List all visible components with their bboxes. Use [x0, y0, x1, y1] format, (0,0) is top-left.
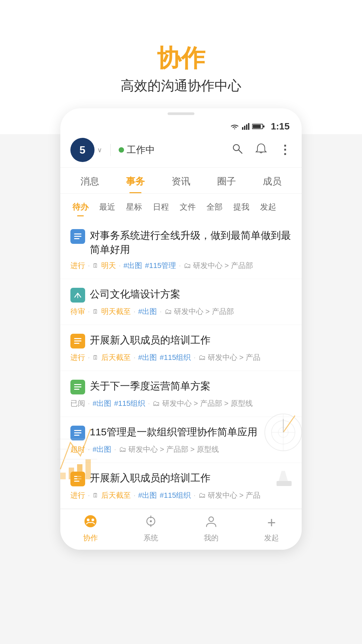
bottom-nav-start[interactable]: + 发起: [241, 515, 302, 543]
svg-rect-26: [74, 236, 81, 237]
task-path: 🗂 研发中心 > 产品部: [184, 261, 253, 271]
task-tag: #出图: [138, 307, 157, 317]
task-icon: [70, 229, 85, 244]
bottom-nav-label-start: 发起: [264, 533, 279, 543]
tab-members[interactable]: 成员: [249, 168, 295, 193]
signal-icon: [242, 123, 249, 130]
svg-rect-30: [74, 340, 81, 341]
task-meta: 待审 · 🗓 明天截至 · #出图 · 🗂 研发中心 > 产品部: [70, 307, 292, 317]
phone-mockup: 1:15 5 ∨ 工作中: [60, 108, 302, 550]
filter-tabs: 待办 最近 星标 日程 文件 全部 提我 发起: [60, 194, 302, 220]
svg-rect-15: [277, 481, 292, 486]
bottom-nav-collab[interactable]: 协作: [60, 515, 121, 543]
task-title: 对事务系统进行全线升级，做到最简单做到最简单好用: [90, 228, 292, 257]
header-divider: [110, 144, 111, 156]
svg-rect-2: [77, 464, 82, 479]
task-status: 待审: [70, 307, 85, 317]
bottom-nav-mine[interactable]: 我的: [181, 515, 241, 543]
avatar-dropdown[interactable]: ∨: [97, 146, 102, 154]
svg-rect-33: [74, 386, 81, 387]
task-tag: #出图: [138, 490, 157, 500]
mine-icon: [204, 515, 218, 531]
task-tag: #出图: [138, 353, 157, 363]
bottom-nav-label-collab: 协作: [83, 533, 98, 543]
search-icon[interactable]: [231, 143, 243, 158]
status-bar: 1:15: [60, 115, 302, 135]
svg-point-47: [150, 520, 152, 522]
task-title: 关于下一季度运营简单方案: [90, 379, 292, 393]
svg-rect-1: [69, 468, 74, 479]
task-item[interactable]: 公司文化墙设计方案 待审 · 🗓 明天截至 · #出图 · 🗂 研发中心 > 产…: [60, 279, 302, 325]
task-path: 🗂 研发中心 > 产品: [198, 353, 260, 363]
filter-all[interactable]: 全部: [201, 198, 228, 216]
task-meta: 进行 · 🗓 明天 · #出图 #115管理 · 🗂 研发中心 > 产品部: [70, 261, 292, 271]
svg-rect-31: [74, 343, 79, 344]
filter-files[interactable]: 文件: [174, 198, 201, 216]
task-icon: [70, 334, 85, 348]
svg-rect-17: [244, 126, 245, 130]
svg-rect-25: [74, 233, 81, 234]
svg-marker-14: [278, 471, 288, 483]
task-icon: [70, 380, 85, 394]
bottom-nav-label-system: 系统: [143, 533, 158, 543]
collab-icon: [84, 515, 97, 531]
filter-mentioned[interactable]: 提我: [228, 198, 255, 216]
task-path: 🗂 研发中心 > 产品部 > 原型线: [153, 398, 252, 409]
svg-line-10: [283, 416, 295, 432]
task-meta: 超时 · #出图 · 🗂 研发中心 > 产品部 > 原型线: [70, 444, 292, 454]
task-path: 🗂 研发中心 > 产品: [198, 490, 260, 500]
user-avatar[interactable]: 5: [70, 138, 95, 162]
header-actions: ⋮: [231, 143, 292, 158]
svg-line-24: [239, 150, 242, 153]
svg-rect-3: [85, 459, 91, 479]
plus-icon: +: [267, 515, 276, 531]
wifi-icon: [230, 123, 239, 130]
battery-icon: [252, 123, 265, 129]
filter-recent[interactable]: 最近: [94, 198, 121, 216]
task-date: 后天截至: [101, 353, 131, 363]
task-tag: #115组织: [160, 490, 191, 500]
svg-point-43: [92, 519, 94, 521]
task-item[interactable]: 对事务系统进行全线升级，做到最简单做到最简单好用 进行 · 🗓 明天 · #出图…: [60, 220, 302, 279]
bottom-nav: 协作 系统: [60, 509, 302, 550]
tab-circle[interactable]: 圈子: [204, 168, 249, 193]
svg-rect-19: [248, 123, 249, 130]
tab-messages[interactable]: 消息: [67, 168, 113, 193]
filter-pending[interactable]: 待办: [67, 198, 94, 216]
task-meta: 已阅 · #出图 #115组织 · 🗂 研发中心 > 产品部 > 原型线: [70, 398, 292, 409]
task-path: 🗂 研发中心 > 产品部 > 原型线: [119, 444, 219, 454]
status-indicator: [119, 147, 124, 153]
phone-speaker: [168, 112, 194, 115]
filter-started[interactable]: 发起: [255, 198, 282, 216]
task-item[interactable]: 开展新入职成员的培训工作 进行 · 🗓 后天截至 · #出图 #115组织 · …: [60, 325, 302, 371]
bottom-nav-label-mine: 我的: [204, 533, 219, 543]
filter-starred[interactable]: 星标: [121, 198, 147, 216]
tab-news[interactable]: 资讯: [158, 168, 204, 193]
task-tag: #115组织: [114, 398, 145, 409]
task-status: 进行: [70, 353, 85, 363]
svg-rect-18: [246, 124, 247, 130]
task-meta: 进行 · 🗓 后天截至 · #出图 #115组织 · 🗂 研发中心 > 产品: [70, 490, 292, 500]
deco-left: [57, 416, 97, 483]
tab-tasks[interactable]: 事务: [113, 168, 158, 193]
work-status-text: 工作中: [127, 144, 155, 156]
svg-rect-21: [253, 125, 261, 128]
system-icon: [144, 515, 158, 531]
task-date: 明天: [101, 261, 116, 271]
bottom-nav-system[interactable]: 系统: [121, 515, 181, 543]
page-title: 协作: [0, 44, 362, 72]
main-nav-tabs: 消息 事务 资讯 圈子 成员: [60, 168, 302, 194]
task-tag: #115组织: [160, 353, 191, 363]
more-icon[interactable]: ⋮: [279, 143, 292, 157]
svg-rect-27: [74, 238, 79, 239]
task-title: 开展新入职成员的培训工作: [90, 333, 292, 347]
svg-rect-34: [74, 389, 79, 390]
page-subtitle: 高效的沟通协作中心: [0, 76, 362, 95]
svg-rect-0: [60, 473, 66, 479]
svg-rect-29: [74, 338, 81, 339]
task-date: 明天截至: [101, 307, 131, 317]
phone-top-sensors: [60, 108, 302, 115]
task-status: 进行: [70, 261, 85, 271]
filter-schedule[interactable]: 日程: [147, 198, 174, 216]
bell-icon[interactable]: [255, 143, 267, 158]
